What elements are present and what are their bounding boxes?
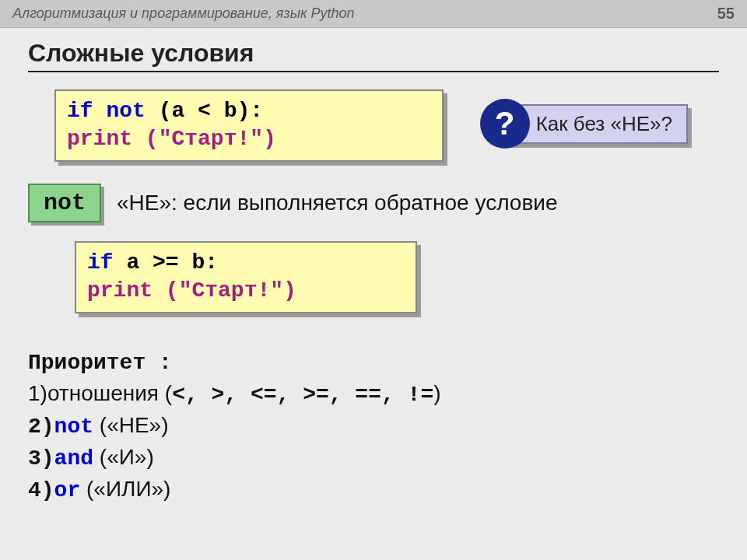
code-expr: a >= b: (126, 250, 218, 275)
relation-ops: <, >, <=, >=, ==, != (172, 383, 433, 407)
code-block-1: if not (a < b): print ("Старт!") (54, 89, 444, 162)
kw-if: if (67, 99, 93, 123)
header-title: Алгоритмизация и программирование, язык … (12, 5, 354, 22)
callout-text: Как без «НЕ»? (508, 104, 688, 144)
priority-line-1: 1)отношения (<, >, <=, >=, ==, !=) (28, 378, 719, 410)
priority-title: Приоритет : (28, 348, 719, 378)
code-line-2: print ("Старт!") (67, 125, 431, 153)
code-string: ("Старт!") (146, 127, 276, 151)
priority-line-2: 2)not («НЕ») (28, 410, 719, 442)
code-string: ("Старт!") (166, 278, 296, 303)
priority-line-3: 3)and («И») (28, 442, 719, 474)
header-bar: Алгоритмизация и программирование, язык … (0, 0, 747, 28)
row-code1: if not (a < b): print ("Старт!") ? Как б… (28, 89, 719, 162)
not-badge: not (28, 184, 101, 222)
code-line-2: print ("Старт!") (87, 277, 405, 305)
row-not: not «НЕ»: если выполняется обратное усло… (28, 184, 719, 222)
page-number: 55 (717, 5, 735, 23)
callout: ? Как без «НЕ»? (480, 99, 688, 149)
kw-print: print (67, 127, 132, 151)
question-mark-icon: ? (480, 99, 530, 149)
code-block-2: if a >= b: print ("Старт!") (75, 241, 417, 313)
kw-and: and (54, 446, 93, 471)
priority-line-4: 4)or («ИЛИ») (28, 474, 719, 506)
code-line-1: if a >= b: (87, 249, 405, 277)
kw-not: not (106, 99, 145, 123)
kw-if: if (87, 250, 114, 275)
priority-block: Приоритет : 1)отношения (<, >, <=, >=, =… (28, 348, 719, 506)
kw-or: or (54, 478, 81, 502)
kw-not: not (54, 415, 93, 439)
kw-print: print (87, 278, 153, 303)
code-line-1: if not (a < b): (67, 97, 431, 125)
section-title: Сложные условия (28, 39, 719, 72)
slide-content: Сложные условия if not (a < b): print ("… (0, 28, 747, 517)
not-description: «НЕ»: если выполняется обратное условие (117, 191, 557, 215)
code-expr: (a < b): (159, 99, 263, 123)
